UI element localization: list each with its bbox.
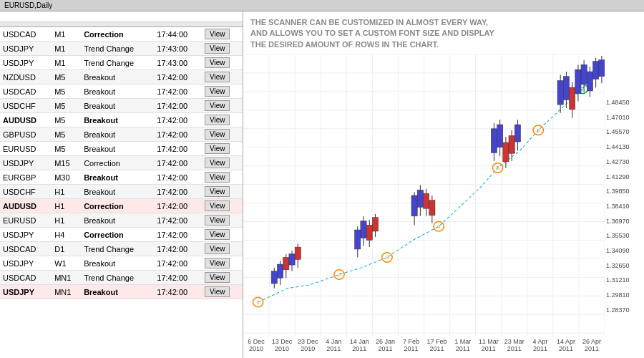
cell-time: 17:42:00 [154, 228, 202, 242]
cell-time: 17:43:00 [154, 42, 202, 56]
cell-action: View [202, 56, 243, 70]
price-label: 1.42730 [606, 158, 643, 165]
date-label: 6 Dec 2010 [243, 338, 269, 352]
cell-action: View [202, 42, 243, 56]
cell-tf: M1 [52, 56, 81, 70]
price-label: 1.36970 [606, 218, 643, 225]
cell-signal: Breakout [81, 70, 154, 84]
cell-symbol: USDCHF [0, 99, 52, 113]
cell-time: 17:44:00 [154, 27, 202, 42]
price-label: 1.39850 [606, 188, 643, 195]
cell-symbol: USDJPY [0, 42, 52, 56]
cell-time: 17:42:00 [154, 256, 202, 271]
view-button[interactable]: View [205, 86, 230, 97]
main-layout: USDCADM1Correction17:44:00ViewUSDJPYM1Tr… [0, 11, 644, 358]
table-row: AUDUSDM5Breakout17:42:00View [0, 113, 243, 127]
view-button[interactable]: View [205, 129, 230, 140]
svg-rect-89 [581, 64, 587, 84]
pair-label: EURUSD,Daily [4, 1, 52, 9]
svg-text:5: 5 [496, 165, 499, 172]
svg-rect-71 [491, 129, 497, 153]
cell-signal: Breakout [81, 256, 154, 271]
table-row: USDCADMN1Trend Change17:42:00View [0, 271, 243, 285]
view-button[interactable]: View [205, 272, 230, 283]
cell-signal: Trend Change [81, 56, 154, 70]
svg-rect-67 [423, 193, 429, 208]
svg-rect-45 [271, 271, 277, 284]
cell-symbol: USDJPY [0, 56, 52, 70]
cell-tf: M5 [52, 113, 81, 127]
svg-rect-59 [366, 225, 372, 240]
svg-rect-83 [563, 77, 569, 100]
view-button[interactable]: View [205, 72, 230, 82]
price-label: 1.35530 [606, 232, 643, 239]
view-button[interactable]: View [205, 29, 230, 39]
view-button[interactable]: View [205, 215, 230, 226]
cell-tf: MN1 [52, 271, 81, 285]
price-label: 1.44130 [606, 143, 643, 150]
svg-text:4: 4 [437, 223, 441, 230]
date-label: 26 Apr 2011 [579, 338, 605, 352]
view-button[interactable]: View [205, 143, 230, 154]
view-button[interactable]: View [205, 258, 230, 268]
cell-time: 17:42:00 [154, 170, 202, 185]
cell-signal: Correction [81, 156, 154, 170]
cell-signal: Breakout [81, 170, 154, 185]
table-row: USDJPYM1Trend Change17:43:00View [0, 42, 243, 56]
svg-rect-85 [570, 87, 575, 110]
price-labels: 1.48450 1.47010 1.45570 1.44130 1.42730 … [605, 97, 644, 315]
view-button[interactable]: View [205, 43, 230, 54]
cell-time: 17:42:00 [154, 213, 202, 228]
view-button[interactable]: View [205, 186, 230, 197]
cell-tf: M1 [52, 42, 81, 56]
svg-rect-73 [497, 125, 503, 147]
cell-signal: Breakout [81, 127, 154, 142]
cell-symbol: NZDUSD [0, 70, 52, 84]
price-label: 1.41290 [606, 173, 643, 180]
svg-rect-95 [599, 60, 605, 77]
view-button[interactable]: View [205, 57, 230, 68]
svg-rect-77 [509, 135, 514, 153]
view-button[interactable]: View [205, 115, 230, 125]
table-row: USDJPYH4Correction17:42:00View [0, 228, 243, 242]
cell-tf: M5 [52, 142, 81, 156]
cell-symbol: USDJPY [0, 256, 52, 271]
cell-tf: MN1 [52, 285, 81, 299]
chart-area: 1 2 3 4 5 6 7 [243, 54, 644, 337]
date-label: 7 Feb 2011 [398, 338, 424, 352]
svg-rect-61 [372, 218, 378, 231]
view-button[interactable]: View [205, 100, 230, 111]
cell-signal: Breakout [81, 285, 154, 299]
view-button[interactable]: View [205, 158, 230, 168]
svg-rect-75 [503, 142, 509, 162]
cell-tf: H4 [52, 228, 81, 242]
cell-time: 17:42:00 [154, 127, 202, 142]
cell-tf: M30 [52, 170, 81, 185]
svg-rect-69 [429, 200, 435, 216]
scanner-title [0, 11, 243, 22]
cell-symbol: USDJPY [0, 228, 52, 242]
view-button[interactable]: View [205, 200, 230, 211]
cell-signal: Correction [81, 27, 154, 42]
view-button[interactable]: View [205, 172, 230, 183]
cell-symbol: USDJPY [0, 156, 52, 170]
date-label: 17 Feb 2011 [424, 338, 450, 352]
svg-text:3: 3 [386, 255, 389, 261]
view-button[interactable]: View [205, 229, 230, 240]
view-button[interactable]: View [205, 286, 230, 297]
cell-time: 17:42:00 [154, 199, 202, 213]
table-row: AUDUSDH1Correction17:42:00View [0, 199, 243, 213]
cell-symbol: GBPUSD [0, 127, 52, 142]
cell-time: 17:42:00 [154, 142, 202, 156]
cell-action: View [202, 113, 243, 127]
cell-signal: Breakout [81, 84, 154, 99]
cell-tf: M5 [52, 99, 81, 113]
date-labels: 6 Dec 2010 13 Dec 2010 23 Dec 2010 4 Jan… [243, 337, 605, 358]
cell-time: 17:43:00 [154, 56, 202, 70]
cell-tf: M5 [52, 127, 81, 142]
view-button[interactable]: View [205, 243, 230, 254]
svg-rect-91 [587, 72, 592, 91]
svg-rect-57 [361, 221, 366, 238]
cell-action: View [202, 185, 243, 199]
table-row: USDJPYMN1Breakout17:42:00View [0, 285, 243, 299]
